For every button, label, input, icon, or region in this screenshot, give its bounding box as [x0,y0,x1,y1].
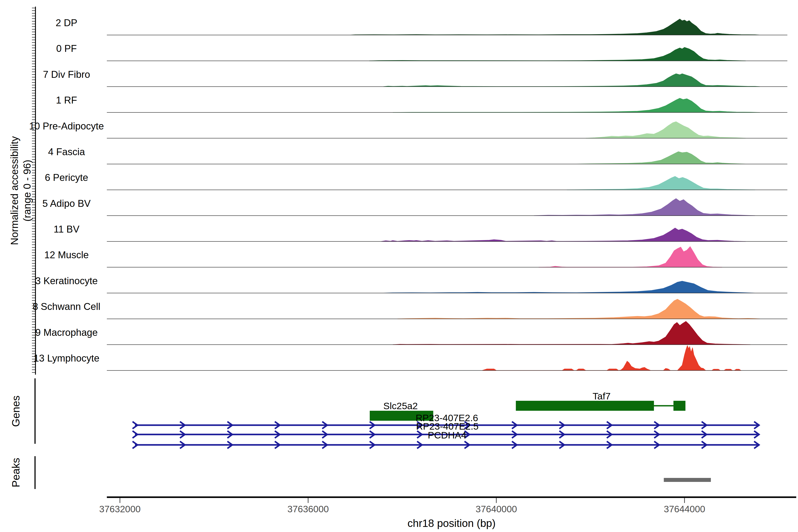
coverage-area [381,228,746,242]
y-axis-title-line2: (range 0 - 96) [21,7,34,375]
y-axis-title: Normalized accessibility (range 0 - 96) [8,7,35,375]
x-tick-label-37640000: 37640000 [476,504,517,514]
coverage-area [383,281,755,293]
track-label-2-dp: 2 DP [24,18,109,28]
track-label-4-fascia: 4 Fascia [24,147,109,157]
coverage-area [393,98,760,112]
track-label-3-keratinocyte: 3 Keratinocyte [24,276,109,286]
plot-svg [0,0,798,532]
track-label-12-muscle: 12 Muscle [24,250,109,260]
coverage-area [383,74,760,87]
gene-exon-box [673,401,685,411]
peak-bar [664,478,711,482]
gene-label-slc25a2: Slc25a2 [383,401,418,412]
coverage-plot-figure: Normalized accessibility (range 0 - 96) … [0,0,798,532]
coverage-area [586,122,746,138]
track-label-8-schwann-cell: 8 Schwann Cell [24,302,109,312]
coverage-area [397,299,760,319]
coverage-area [369,48,746,61]
x-tick-label-37644000: 37644000 [664,504,705,514]
gene-label-taf7: Taf7 [592,391,610,402]
x-tick-label-37632000: 37632000 [99,504,141,514]
coverage-area [482,346,741,370]
coverage-area [350,19,760,35]
track-label-7-div-fibro: 7 Div Fibro [24,69,109,80]
track-label-0-pf: 0 PF [24,43,109,54]
x-axis-title: chr18 position (bp) [407,517,496,529]
track-label-1-rf: 1 RF [24,95,109,105]
transcript-label-pcdha4: PCDHA4 [428,430,467,441]
y-axis-title-line1: Normalized accessibility [8,7,21,375]
peaks-section-label: Peaks [9,439,23,506]
track-label-10-pre-adipocyte: 10 Pre-Adipocyte [24,121,109,131]
gene-exon-box [516,401,654,411]
genes-section-label: Genes [9,378,23,444]
track-label-6-pericyte: 6 Pericyte [24,172,109,183]
coverage-area [534,198,755,216]
track-label-13-lymphocyte: 13 Lymphocyte [24,353,109,363]
track-label-9-macrophage: 9 Macrophage [24,327,109,338]
track-label-11-bv: 11 BV [24,224,109,234]
coverage-area [567,176,755,190]
coverage-area [576,152,746,164]
x-tick-label-37636000: 37636000 [287,504,329,514]
coverage-area [393,321,750,345]
coverage-area [539,247,722,267]
track-label-5-adipo-bv: 5 Adipo BV [24,198,109,209]
